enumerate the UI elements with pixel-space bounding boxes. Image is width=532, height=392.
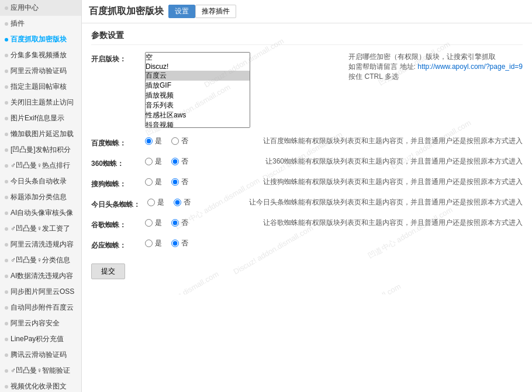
bidu-spider-no-radio[interactable] bbox=[171, 240, 179, 247]
sidebar-dot-21 bbox=[5, 338, 8, 341]
bidu-spider-no[interactable]: 否 bbox=[171, 238, 188, 248]
sidebar-dot-15 bbox=[5, 243, 8, 247]
sidebar-label-5: 指定主题回帖审核 bbox=[11, 82, 67, 92]
360-spider-no[interactable]: 否 bbox=[171, 157, 188, 166]
enable-block-select[interactable]: 空Discuz!百度云插放GIF插放视频音乐列表性感社区aws抖音视频七来视频腾… bbox=[145, 52, 250, 128]
google-spider-yes[interactable]: 是 bbox=[145, 218, 162, 228]
sidebar-label-0: 应用中心 bbox=[11, 3, 39, 13]
sidebar-item-18[interactable]: 同步图片阿里云OSS bbox=[0, 284, 81, 300]
bidu-spider-control: 是 否 bbox=[145, 238, 510, 248]
sidebar-item-10[interactable]: ♂凹凸曼♀热点排行 bbox=[0, 158, 81, 174]
sidebar-dot-4 bbox=[5, 70, 8, 73]
watermark-text-10: Discuz! addon.dismall.com bbox=[320, 282, 402, 294]
360-spider-no-radio[interactable] bbox=[171, 158, 179, 165]
sidebar-item-20[interactable]: 阿里云内容安全 bbox=[0, 315, 81, 331]
baidu-spider-desc: 让百度蜘蛛能有权限版块列表页和主题内容页，并且普通用户还是按照原本方式进入 bbox=[263, 136, 523, 146]
tab-0[interactable]: 设置 bbox=[168, 5, 195, 18]
360-spider-control: 是 否 bbox=[145, 157, 253, 166]
sidebar-label-21: LinePay积分充值 bbox=[11, 334, 64, 344]
baidu-spider-yes[interactable]: 是 bbox=[145, 136, 162, 146]
sogou-spider-label: 搜狗蜘蛛： bbox=[91, 177, 138, 189]
sidebar-item-19[interactable]: 自动同步附件百度云 bbox=[0, 300, 81, 315]
sogou-spider-control: 是 否 bbox=[145, 177, 250, 187]
google-spider-no[interactable]: 否 bbox=[171, 218, 188, 228]
sidebar-label-8: 懒加载图片延迟加载 bbox=[11, 129, 74, 139]
sidebar-dot-18 bbox=[5, 290, 8, 294]
sidebar-item-3[interactable]: 分集多集视频播放 bbox=[0, 47, 81, 63]
sidebar-item-8[interactable]: 懒加载图片延迟加载 bbox=[0, 126, 81, 142]
sidebar-item-6[interactable]: 关闭旧主题禁止访问 bbox=[0, 95, 81, 110]
sidebar-label-4: 阿里云滑动验证码 bbox=[11, 66, 67, 76]
bidu-spider-label: 必应蜘蛛： bbox=[91, 238, 138, 251]
tab-1[interactable]: 推荐插件 bbox=[195, 5, 236, 18]
toutiao-spider-control: 是 否 bbox=[147, 197, 236, 207]
sidebar-item-23[interactable]: ♂凹凸曼♀智能验证 bbox=[0, 363, 81, 379]
baidu-spider-no-radio[interactable] bbox=[171, 137, 179, 145]
sidebar-dot-2 bbox=[5, 38, 8, 41]
sidebar-item-1[interactable]: 插件 bbox=[0, 16, 81, 32]
bidu-spider-yes-radio[interactable] bbox=[145, 240, 153, 247]
bidu-spider-yes[interactable]: 是 bbox=[145, 238, 162, 248]
sidebar-item-0[interactable]: 应用中心 bbox=[0, 0, 81, 16]
sidebar-dot-6 bbox=[5, 101, 8, 105]
sidebar-item-16[interactable]: ♂凹凸曼♀分类信息 bbox=[0, 252, 81, 268]
toutiao-spider-no-radio[interactable] bbox=[174, 199, 181, 206]
sidebar-item-4[interactable]: 阿里云滑动验证码 bbox=[0, 63, 81, 79]
submit-button[interactable]: 提交 bbox=[91, 263, 125, 279]
google-spider-desc: 让谷歌蜘蛛能有权限版块列表页和主题内容页，并且普通用户还是按照原本方式进入 bbox=[263, 218, 523, 228]
sogou-spider-yes-radio[interactable] bbox=[145, 178, 153, 186]
sidebar-item-5[interactable]: 指定主题回帖审核 bbox=[0, 79, 81, 95]
baidu-spider-row: 百度蜘蛛： 是 否 让百度蜘蛛能有权限版块列表页和主题内容页，并且普通用户还是按… bbox=[91, 136, 523, 148]
watermark-text-9: 凹道中心 addon.dismall.com bbox=[366, 204, 454, 262]
sidebar-item-9[interactable]: [凹凸曼]发帖扣积分 bbox=[0, 142, 81, 158]
360-spider-yes[interactable]: 是 bbox=[145, 157, 162, 166]
toutiao-spider-radio-group: 是 否 bbox=[147, 197, 236, 207]
google-spider-row: 谷歌蜘蛛： 是 否 让谷歌蜘蛛能有权限版块列表页和主题内容页，并且普通用户还是按… bbox=[91, 218, 523, 230]
main-header: 百度抓取加密版块 设置推荐插件 bbox=[82, 0, 532, 23]
360-spider-row: 360蜘蛛： 是 否 让360蜘蛛能有权限版块列表页和主题内容页，并且普通用户还… bbox=[91, 157, 523, 169]
sidebar-item-11[interactable]: 今日头条自动收录 bbox=[0, 174, 81, 189]
toutiao-spider-label: 今日头条蜘蛛： bbox=[91, 197, 140, 210]
sidebar-item-21[interactable]: LinePay积分充值 bbox=[0, 331, 81, 347]
toutiao-spider-yes-radio[interactable] bbox=[147, 199, 155, 206]
header-tabs: 设置推荐插件 bbox=[168, 5, 236, 18]
sidebar-label-22: 腾讯云滑动验证码 bbox=[11, 350, 67, 360]
sidebar-label-15: 阿里云清洗违规内容 bbox=[11, 240, 74, 249]
sidebar-item-22[interactable]: 腾讯云滑动验证码 bbox=[0, 347, 81, 363]
toutiao-spider-yes[interactable]: 是 bbox=[147, 197, 164, 207]
360-spider-yes-radio[interactable] bbox=[145, 158, 153, 165]
google-spider-no-radio[interactable] bbox=[171, 219, 179, 227]
google-spider-yes-radio[interactable] bbox=[145, 219, 153, 227]
sidebar-dot-24 bbox=[5, 385, 8, 388]
baidu-spider-yes-radio[interactable] bbox=[145, 137, 153, 145]
sogou-spider-no[interactable]: 否 bbox=[171, 177, 188, 187]
sidebar-item-2[interactable]: 百度抓取加密版块 bbox=[0, 32, 81, 47]
sidebar-label-13: AI自动头像审核头像 bbox=[11, 208, 73, 218]
bidu-spider-row: 必应蜘蛛： 是 否 bbox=[91, 238, 523, 251]
sidebar-item-24[interactable]: 视频优化收录图文 bbox=[0, 379, 81, 392]
sidebar-label-20: 阿里云内容安全 bbox=[11, 318, 60, 328]
sidebar-dot-9 bbox=[5, 148, 8, 152]
sidebar-dot-5 bbox=[5, 85, 8, 89]
baidu-spider-no[interactable]: 否 bbox=[171, 136, 188, 146]
sidebar-label-16: ♂凹凸曼♀分类信息 bbox=[11, 255, 70, 265]
submit-row: 提交 bbox=[91, 259, 523, 279]
sidebar-dot-7 bbox=[5, 117, 8, 120]
enable-block-label: 开启版块： bbox=[91, 52, 138, 64]
main-content: 百度抓取加密版块 设置推荐插件 Discuz! addon.dismall.co… bbox=[82, 0, 532, 392]
sidebar-item-15[interactable]: 阿里云清洗违规内容 bbox=[0, 237, 81, 252]
sidebar-label-11: 今日头条自动收录 bbox=[11, 176, 67, 186]
bidu-spider-radio-group: 是 否 bbox=[145, 238, 510, 248]
sidebar-item-14[interactable]: ♂凹凸曼♀发工资了 bbox=[0, 221, 81, 237]
sogou-spider-radio-group: 是 否 bbox=[145, 177, 250, 187]
sidebar-item-13[interactable]: AI自动头像审核头像 bbox=[0, 205, 81, 221]
toutiao-spider-no[interactable]: 否 bbox=[174, 197, 191, 207]
sogou-spider-yes[interactable]: 是 bbox=[145, 177, 162, 187]
sogou-spider-no-radio[interactable] bbox=[171, 178, 179, 186]
sidebar-item-7[interactable]: 图片Exif信息显示 bbox=[0, 110, 81, 126]
hint-link[interactable]: http://www.apoyl.com/?page_id=9 bbox=[417, 63, 523, 71]
sidebar-item-17[interactable]: AI数据清洗违规内容 bbox=[0, 268, 81, 284]
google-spider-label: 谷歌蜘蛛： bbox=[91, 218, 138, 230]
sidebar-item-12[interactable]: 标题添加分类信息 bbox=[0, 189, 81, 205]
hint-line1: 开启哪些加密（有权限）版块，让搜索引擎抓取 bbox=[348, 52, 523, 62]
